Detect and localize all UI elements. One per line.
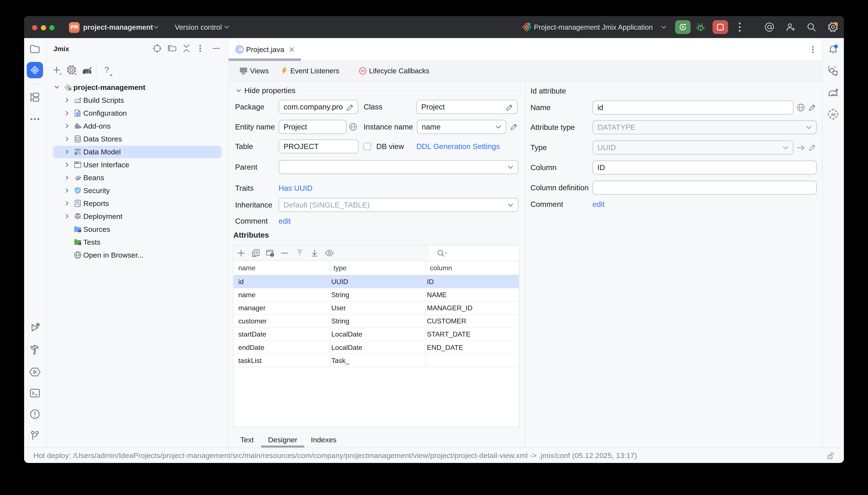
svg-text:f: f bbox=[272, 253, 273, 257]
svg-text:AI: AI bbox=[831, 112, 835, 117]
